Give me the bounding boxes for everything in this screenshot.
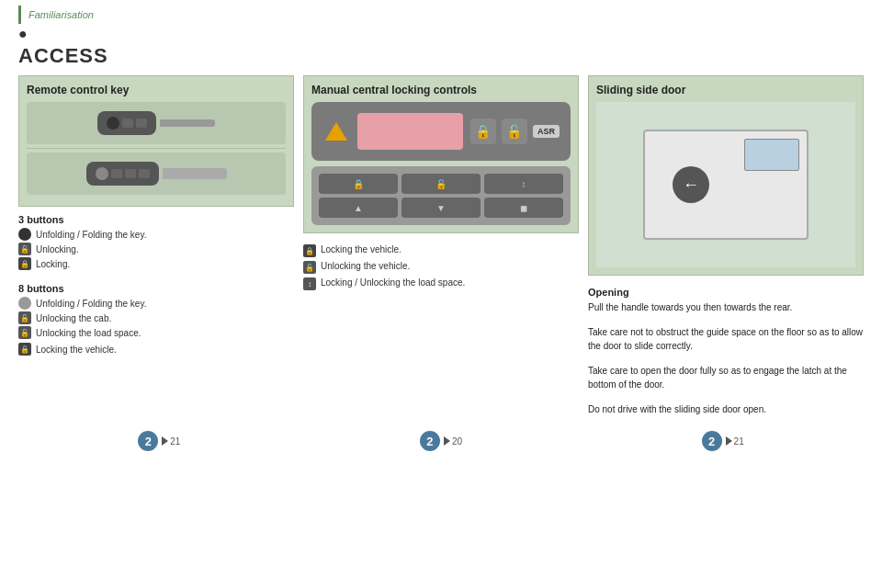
opening-line-3: Do not drive with the sliding side door … (588, 402, 864, 416)
remote-control-box: Remote control key (18, 75, 294, 207)
key-illustration-top (27, 102, 286, 144)
three-buttons-title: 3 buttons (18, 214, 294, 225)
manual-desc-0: 🔒 Locking the vehicle. (303, 244, 579, 257)
page-arrow-1: 20 (444, 436, 462, 447)
arrow-right-icon-1 (444, 436, 450, 446)
page-circle-1[interactable]: 2 (420, 431, 440, 451)
manual-load-icon: ↕ (303, 277, 316, 290)
circle-icon-fold (18, 228, 31, 241)
key-fob-8btn (86, 162, 159, 186)
nav-item-1: 2 20 (420, 431, 462, 451)
sq-icon-unlock-load: 🔓 (18, 326, 31, 339)
key-btn-1 (107, 117, 119, 130)
manual-locking-panel: Manual central locking controls 🔒 🔓 ASR … (303, 75, 579, 420)
sliding-door-title: Sliding side door (596, 84, 855, 96)
key-illustration-bottom (27, 153, 286, 195)
locking-top-illustration: 🔒 🔓 ASR (311, 102, 571, 161)
lock-btn-2: 🔓 (502, 119, 527, 144)
bottom-btn-3: ↕ (484, 174, 563, 194)
bottom-btn-6: ◼ (484, 198, 563, 218)
van-door-handle: ← (673, 166, 709, 203)
remote-control-panel: Remote control key (18, 75, 294, 420)
key-btn-b3 (125, 169, 136, 178)
lock-icons-row: 🔒 🔓 ASR (470, 119, 560, 144)
eight-buttons-title: 8 buttons (18, 283, 294, 294)
manual-desc-2: ↕ Locking / Unlocking the load space. (303, 277, 579, 290)
page-circle-2[interactable]: 2 (702, 431, 722, 451)
sq-icon-lock-veh: 🔒 (18, 343, 31, 356)
sq-icon-lock: 🔒 (18, 257, 31, 270)
manual-desc-1: 🔓 Unlocking the vehicle. (303, 261, 579, 274)
sliding-door-box: Sliding side door ← (588, 75, 864, 276)
arrow-right-icon-0 (162, 436, 168, 446)
triangle-warning-btn (322, 118, 350, 145)
triangle-shape (325, 122, 347, 141)
nav-item-0: 2 21 (138, 431, 180, 451)
arrow-right-icon-2 (726, 436, 732, 446)
key-btn-b1 (96, 167, 108, 180)
desc8-item-1: 🔓 Unlocking the cab. (18, 311, 294, 324)
desc8-item-0: Unfolding / Folding the key. (18, 297, 294, 310)
manual-locking-title: Manual central locking controls (311, 84, 571, 96)
top-bar-text: Familiarisation (28, 9, 94, 20)
key-blade-bottom (163, 168, 227, 179)
page-arrow-0: 21 (162, 436, 180, 447)
desc3-item-1: 🔓 Unlocking. (18, 243, 294, 255)
manual-locking-box: Manual central locking controls 🔒 🔓 ASR … (303, 75, 579, 233)
bottom-btn-1: 🔒 (319, 174, 398, 194)
locking-bottom-illustration: 🔒 🔓 ↕ ▲ ▼ ◼ (311, 166, 571, 225)
key-fob-3btn (97, 111, 156, 135)
three-buttons-section: 3 buttons Unfolding / Folding the key. 🔓… (18, 214, 294, 272)
key-btn-3 (136, 119, 147, 128)
top-bar: Familiarisation (18, 6, 864, 24)
desc8-extra: 🔒 Locking the vehicle. (18, 343, 294, 356)
manual-lock-icon: 🔒 (303, 244, 316, 257)
van-body: ← (643, 130, 808, 240)
desc3-item-0: Unfolding / Folding the key. (18, 228, 294, 241)
desc3-item-2: 🔒 Locking. (18, 257, 294, 270)
sq-icon-unlock: 🔓 (18, 243, 31, 255)
key-blade-top (160, 119, 215, 127)
opening-line-0: Pull the handle towards you then towards… (588, 300, 864, 314)
sq-icon-unlock-cab: 🔓 (18, 311, 31, 324)
key-btn-b2 (111, 169, 122, 178)
manual-unlock-icon: 🔓 (303, 261, 316, 274)
opening-line-2: Take care to open the door fully so as t… (588, 364, 864, 391)
door-image: ← (596, 102, 855, 267)
key-btn-b4 (139, 169, 150, 178)
pink-panel (357, 113, 463, 150)
circle-icon-fold8 (18, 297, 31, 310)
sliding-door-panel: Sliding side door ← Opening Pull the han… (588, 75, 864, 420)
bullet-point: ● (18, 26, 28, 41)
asr-badge: ASR (533, 125, 560, 138)
page-navigation: 2 21 2 20 2 21 (0, 427, 882, 455)
page-circle-0[interactable]: 2 (138, 431, 158, 451)
bottom-btn-4: ▲ (319, 198, 398, 218)
van-window (744, 139, 799, 171)
lock-btn-1: 🔒 (470, 119, 496, 144)
section-title: ACCESS (18, 44, 864, 68)
bottom-btn-5: ▼ (401, 198, 481, 218)
page-arrow-2: 21 (726, 436, 744, 447)
nav-item-2: 2 21 (702, 431, 744, 451)
opening-section: Opening Pull the handle towards you then… (588, 283, 864, 420)
eight-buttons-section: 8 buttons Unfolding / Folding the key. 🔓… (18, 283, 294, 357)
key-btn-2 (122, 119, 133, 128)
arrow-left-icon: ← (683, 175, 699, 195)
opening-title: Opening (588, 287, 864, 298)
desc8-item-2: 🔓 Unlocking the load space. (18, 326, 294, 339)
opening-line-1: Take care not to obstruct the guide spac… (588, 325, 864, 353)
remote-control-title: Remote control key (27, 84, 286, 96)
manual-locking-desc: 🔒 Locking the vehicle. 🔓 Unlocking the v… (303, 244, 579, 294)
bottom-btn-2: 🔓 (401, 174, 481, 194)
